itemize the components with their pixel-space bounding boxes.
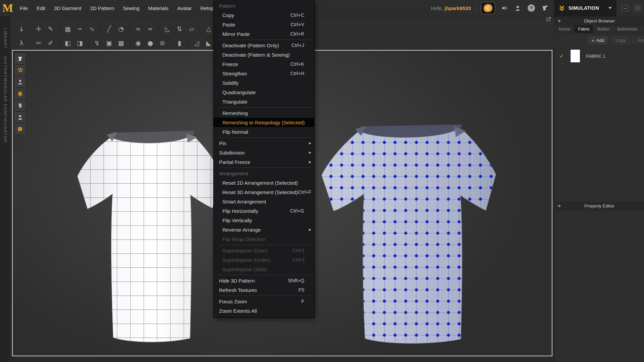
username-link[interactable]: jhpark9533 [445, 5, 471, 11]
menu-item-paste[interactable]: Paste Ctrl+V ▶ [214, 20, 314, 29]
restore-button[interactable] [634, 5, 641, 11]
segment-sewing-tool-icon[interactable]: ≍ [132, 23, 144, 35]
dock-tab-label[interactable]: MODULAR CONFIGURATOR [3, 78, 7, 143]
menu-item-flip-horizontally[interactable]: Flip Horizontally Ctrl+G ▶ [214, 206, 314, 216]
dart-left-tool-icon[interactable]: ◧ [62, 37, 74, 49]
fabric-swatch[interactable] [570, 49, 580, 63]
menu-item-triangulate[interactable]: Triangulate ▶ [214, 97, 314, 106]
help-button[interactable]: ? [527, 4, 536, 12]
menu-item-deactivate-pattern-only[interactable]: Deactivate (Pattern Only) Ctrl+J ▶ [214, 41, 314, 50]
menu-item-flip-normal[interactable]: Flip Normal ▶ [214, 127, 314, 136]
show-environment-toggle[interactable] [15, 124, 25, 134]
free-sewing-tool-icon[interactable]: ≈ [144, 23, 156, 35]
menu-item-superimpose-over[interactable]: Superimpose (Over) Ctrl+[ ▶ [214, 246, 314, 255]
tape-cut-tool-icon[interactable]: ✂ [33, 37, 45, 49]
stitch-tool-icon[interactable]: ↯ [91, 37, 103, 49]
simulation-dropdown[interactable]: SIMULATION [554, 0, 616, 16]
menubar-item[interactable]: 2D Pattern [86, 0, 119, 16]
texture-checker-tool-icon[interactable]: ▣ [103, 37, 115, 49]
menubar-item[interactable]: Materials [144, 0, 173, 16]
menu-item-strengthen[interactable]: Strengthen Ctrl+H ▶ [214, 69, 314, 78]
menu-item-remeshing[interactable]: Remeshing ▶ [214, 108, 314, 118]
arrange-garment-tool-icon[interactable]: ⇅ [173, 23, 185, 35]
menu-item-flip-wrap-direction[interactable]: Flip Wrap Direction ▶ [214, 234, 314, 244]
flatten-left-tool-icon[interactable]: ◿ [191, 37, 203, 49]
menu-item-freeze[interactable]: Freeze Ctrl+K ▶ [214, 59, 314, 69]
menu-item-reset-3d-arrangement[interactable]: Reset 3D Arrangement (Selected) Ctrl+F ▶ [214, 187, 314, 197]
tab-buttonhole[interactable]: Buttonhole [613, 25, 641, 33]
menu-item-copy[interactable]: Copy Ctrl+C ▶ [214, 10, 314, 20]
menu-item-superimpose-under[interactable]: Superimpose (Under) Ctrl+] ▶ [214, 255, 314, 264]
menubar-item[interactable]: Edit [32, 0, 50, 16]
texture-dense-tool-icon[interactable]: ▩ [115, 37, 127, 49]
toolbar-row-1: ↓ ✛ ✎ ▦ ╍ ∿ [13, 22, 229, 36]
add-fabric-button[interactable]: +Add [588, 36, 608, 45]
menu-item-quadrangulate[interactable]: Quadrangulate ▶ [214, 87, 314, 97]
dock-tab-label[interactable]: HISTORY [3, 56, 7, 78]
tab-topstitch[interactable]: Topstitch [641, 25, 644, 33]
menubar-item[interactable]: Sewing [118, 0, 144, 16]
chevron-down-icon[interactable] [608, 7, 612, 9]
tape-pen-tool-icon[interactable]: ✐ [45, 37, 57, 49]
tab-button[interactable]: Button [594, 25, 613, 33]
menubar-item[interactable]: 3D Garment [50, 0, 86, 16]
dart-right-tool-icon[interactable]: ◨ [74, 37, 86, 49]
menu-item-mirror-paste[interactable]: Mirror Paste Ctrl+R ▶ [214, 29, 314, 39]
menu-item-pin[interactable]: Pin ▶ [214, 138, 314, 148]
select-move-tool-icon[interactable]: ✛ [33, 23, 45, 35]
edit-seam-tool-icon[interactable]: ╍ [74, 23, 86, 35]
menu-item-solidify[interactable]: Solidify ▶ [214, 78, 314, 87]
zipper-tool-icon[interactable]: ▮ [173, 37, 185, 49]
show-avatar-skin-toggle[interactable] [15, 112, 25, 122]
garment-share-button[interactable] [540, 4, 549, 12]
menu-item-flip-vertically[interactable]: Flip Vertically ▶ [214, 216, 314, 225]
sound-button[interactable] [500, 4, 509, 12]
menu-item-focus-zoom[interactable]: Focus Zoom F ▶ [214, 297, 314, 306]
simulate-tool-icon[interactable]: ↓ [15, 23, 28, 35]
menu-item-hide-3d-pattern[interactable]: Hide 3D Pattern Shift+Q ▶ [214, 276, 314, 285]
tab-fabric[interactable]: Fabric [574, 25, 594, 33]
show-avatar-toggle[interactable] [15, 77, 25, 87]
menu-item-smart-arrangement[interactable]: Smart Arrangement ▶ [214, 197, 314, 206]
minimize-button[interactable]: – [621, 5, 629, 11]
show-3d-garment-toggle[interactable] [15, 53, 25, 64]
menubar-item[interactable]: Avatar [173, 0, 196, 16]
menu-item-partial-freeze[interactable]: Partial Freeze ▶ [214, 157, 314, 167]
menu-item-label: Paste [222, 22, 235, 27]
fold-arrangement-tool-icon[interactable]: ◺ [161, 23, 173, 35]
menu-item-reverse-arrange[interactable]: Reverse-Arrange ▶ [214, 225, 314, 234]
popout-panel-button[interactable] [545, 16, 552, 22]
button-outline-tool-icon[interactable]: ◉ [132, 37, 144, 49]
menu-item-refresh-textures[interactable]: Refresh Textures F5 ▶ [214, 285, 314, 295]
show-retopology-mesh-toggle[interactable] [15, 88, 25, 99]
pin-tool-icon[interactable]: ╱ [103, 23, 115, 35]
sewing-machine-tool-icon[interactable]: ▦ [62, 23, 74, 35]
menu-item-superimpose-side[interactable]: Superimpose (Side) ▶ [214, 264, 314, 274]
clo-set-connect-button[interactable]: C [481, 2, 495, 14]
pin-ball-tool-icon[interactable]: ◔ [115, 23, 127, 35]
menu-item-remeshing-to-retopology[interactable]: Remeshing to Retopology (Selected) ▶ [214, 118, 314, 127]
edit-curve-tool-icon[interactable]: ∿ [86, 23, 98, 35]
tab-scene[interactable]: Scene [555, 25, 574, 33]
assign-fabric-button[interactable]: Assign [631, 36, 644, 45]
select-brush-tool-icon[interactable]: ✎ [45, 23, 57, 35]
menubar-item[interactable]: File [15, 0, 32, 16]
show-pins-toggle[interactable] [15, 65, 25, 75]
account-button[interactable] [514, 4, 522, 12]
arrange-solid-tool-icon[interactable]: ▱ [185, 23, 198, 35]
menu-item-subdivision[interactable]: Subdivision ▶ [214, 148, 314, 157]
show-3d-pattern-toggle[interactable] [15, 100, 25, 111]
dock-tab-label[interactable]: LIBRARY [3, 28, 7, 49]
tape-select-tool-icon[interactable]: △ [203, 23, 215, 35]
check-icon[interactable]: ✓ [559, 53, 567, 59]
flatten-right-tool-icon[interactable]: ◣ [203, 37, 215, 49]
menu-item-deactivate-pattern-sewing[interactable]: Deactivate (Pattern & Sewing) ▶ [214, 50, 314, 59]
menu-item-label: Deactivate (Pattern & Sewing) [222, 52, 290, 58]
button-lock-tool-icon[interactable]: ⊜ [156, 37, 168, 49]
menu-item-reset-2d-arrangement[interactable]: Reset 2D Arrangement (Selected) ▶ [214, 178, 314, 187]
fabric-list-item[interactable]: ✓ FABRIC 1 [555, 48, 644, 64]
copy-fabric-button[interactable]: Copy [612, 36, 630, 45]
button-solid-tool-icon[interactable]: ● [144, 37, 156, 49]
avatar-walk-tool-icon[interactable]: λ [15, 37, 28, 49]
menu-item-zoom-extents-all[interactable]: Zoom Extents All ▶ [214, 306, 314, 315]
